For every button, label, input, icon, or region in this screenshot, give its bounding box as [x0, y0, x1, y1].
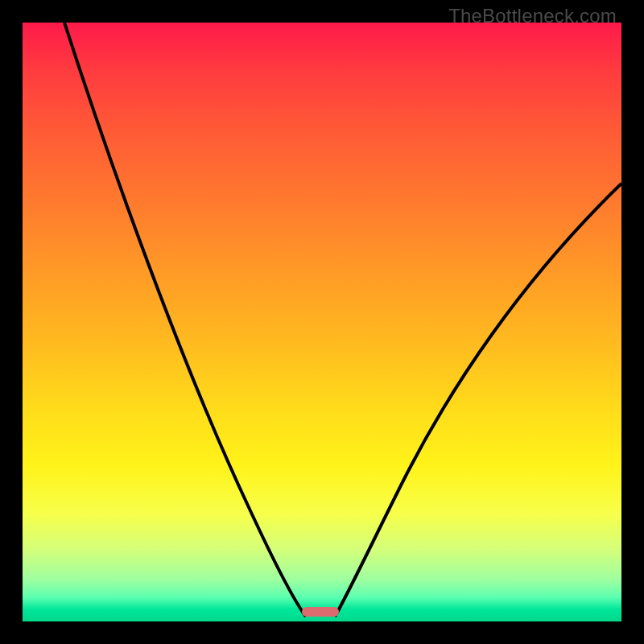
left-curve [64, 23, 306, 617]
bottleneck-curves [23, 23, 621, 621]
plot-area [23, 23, 621, 621]
chart-container: TheBottleneck.com [0, 0, 644, 644]
right-curve [335, 184, 621, 617]
watermark-text: TheBottleneck.com [448, 5, 617, 27]
bottleneck-marker [302, 607, 339, 617]
